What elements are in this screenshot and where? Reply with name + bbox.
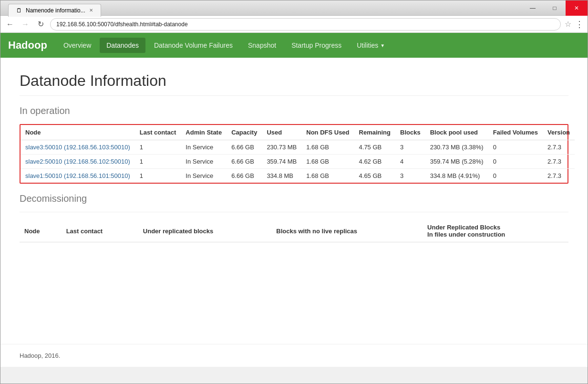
col-blocks: Blocks xyxy=(395,125,425,140)
decomm-table: Node Last contact Under replicated block… xyxy=(20,220,568,242)
close-button[interactable]: ✕ xyxy=(566,0,588,16)
col-version: Version xyxy=(543,125,575,140)
in-operation-table-wrapper: Node Last contact Admin State Capacity U… xyxy=(20,124,568,184)
table-cell: 6.66 GB xyxy=(227,155,262,169)
tab-close-button[interactable]: ✕ xyxy=(89,8,93,13)
col-admin-state: Admin State xyxy=(181,125,227,140)
browser-tab[interactable]: 🗒 Namenode informatio... ✕ xyxy=(8,4,101,17)
navbar-brand: Hadoop xyxy=(8,39,47,52)
nav-overview[interactable]: Overview xyxy=(57,38,98,53)
tab-icon: 🗒 xyxy=(16,7,22,14)
table-cell: 2.7.3 xyxy=(543,169,575,183)
in-operation-section-title: In operation xyxy=(20,105,568,116)
table-row: slave1:50010 (192.168.56.101:50010)1In S… xyxy=(21,169,575,183)
table-cell: 1.68 GB xyxy=(301,169,354,183)
table-cell: 359.74 MB (5.28%) xyxy=(425,155,488,169)
col-remaining: Remaining xyxy=(354,125,395,140)
forward-button[interactable]: → xyxy=(20,19,31,30)
table-cell: 359.74 MB xyxy=(262,155,301,169)
table-cell: 6.66 GB xyxy=(227,169,262,183)
dropdown-arrow-icon: ▼ xyxy=(380,43,385,48)
table-cell: 334.8 MB xyxy=(262,169,301,183)
nav-startup-progress[interactable]: Startup Progress xyxy=(285,38,348,53)
table-cell: 3 xyxy=(395,169,425,183)
bookmark-icon[interactable]: ☆ xyxy=(565,20,571,29)
table-cell[interactable]: slave1:50010 (192.168.56.101:50010) xyxy=(21,169,135,183)
col-failed-volumes: Failed Volumes xyxy=(488,125,543,140)
col-non-dfs-used: Non DFS Used xyxy=(301,125,354,140)
table-cell: 2.7.3 xyxy=(543,140,575,155)
table-cell: 0 xyxy=(488,155,543,169)
col-last-contact: Last contact xyxy=(135,125,181,140)
nav-datanode-volume-failures[interactable]: Datanode Volume Failures xyxy=(147,38,239,53)
decomm-table-wrapper: Node Last contact Under replicated block… xyxy=(20,220,568,242)
table-cell: 1 xyxy=(135,169,181,183)
table-cell: 0 xyxy=(488,169,543,183)
table-cell: 1.68 GB xyxy=(301,155,354,169)
table-cell[interactable]: slave2:50010 (192.168.56.102:50010) xyxy=(21,155,135,169)
nav-datanodes[interactable]: Datanodes xyxy=(100,38,145,53)
tab-title: Namenode informatio... xyxy=(26,7,85,14)
table-cell: 4.75 GB xyxy=(354,140,395,155)
table-cell: 230.73 MB (3.38%) xyxy=(425,140,488,155)
window-controls: — □ ✕ xyxy=(522,0,588,16)
decomm-col-no-live-replicas: Blocks with no live replicas xyxy=(271,220,423,242)
decomm-col-node: Node xyxy=(20,220,62,242)
table-row: slave3:50010 (192.168.56.103:50010)1In S… xyxy=(21,140,575,155)
nav-snapshot[interactable]: Snapshot xyxy=(241,38,283,53)
main-content: Datanode Information In operation Node L… xyxy=(0,58,588,344)
in-operation-table: Node Last contact Admin State Capacity U… xyxy=(21,125,575,183)
table-cell: 4 xyxy=(395,155,425,169)
reload-button[interactable]: ↻ xyxy=(35,19,46,30)
decomm-col-under-replicated-in-files: Under Replicated BlocksIn files under co… xyxy=(423,220,568,242)
table-cell: In Service xyxy=(181,140,227,155)
table-cell: 1 xyxy=(135,140,181,155)
menu-icon[interactable]: ⋮ xyxy=(575,19,584,30)
table-row: slave2:50010 (192.168.56.102:50010)1In S… xyxy=(21,155,575,169)
table-cell: 2.7.3 xyxy=(543,155,575,169)
table-cell: 334.8 MB (4.91%) xyxy=(425,169,488,183)
address-bar: ← → ↻ ☆ ⋮ xyxy=(0,16,588,33)
maximize-button[interactable]: □ xyxy=(544,0,566,16)
col-node: Node xyxy=(21,125,135,140)
back-button[interactable]: ← xyxy=(4,19,16,30)
table-cell: 0 xyxy=(488,140,543,155)
nav-utilities[interactable]: Utilities ▼ xyxy=(350,38,392,53)
col-block-pool-used: Block pool used xyxy=(425,125,488,140)
table-cell: 4.62 GB xyxy=(354,155,395,169)
table-cell[interactable]: slave3:50010 (192.168.56.103:50010) xyxy=(21,140,135,155)
minimize-button[interactable]: — xyxy=(522,0,544,16)
table-cell: 3 xyxy=(395,140,425,155)
url-input[interactable] xyxy=(50,18,561,31)
decomm-col-last-contact: Last contact xyxy=(62,220,138,242)
col-used: Used xyxy=(262,125,301,140)
page-title: Datanode Information xyxy=(20,72,568,96)
table-cell: 1 xyxy=(135,155,181,169)
decomm-col-under-replicated: Under replicated blocks xyxy=(138,220,271,242)
table-cell: In Service xyxy=(181,155,227,169)
decomm-section-title: Decomissioning xyxy=(20,193,568,204)
table-cell: 1.68 GB xyxy=(301,140,354,155)
navbar: Hadoop Overview Datanodes Datanode Volum… xyxy=(0,33,588,58)
table-cell: 230.73 MB xyxy=(262,140,301,155)
footer-text: Hadoop, 2016. xyxy=(20,352,60,359)
col-capacity: Capacity xyxy=(227,125,262,140)
table-cell: 6.66 GB xyxy=(227,140,262,155)
footer: Hadoop, 2016. xyxy=(0,344,588,367)
table-cell: In Service xyxy=(181,169,227,183)
decomm-divider xyxy=(20,212,568,212)
table-cell: 4.65 GB xyxy=(354,169,395,183)
